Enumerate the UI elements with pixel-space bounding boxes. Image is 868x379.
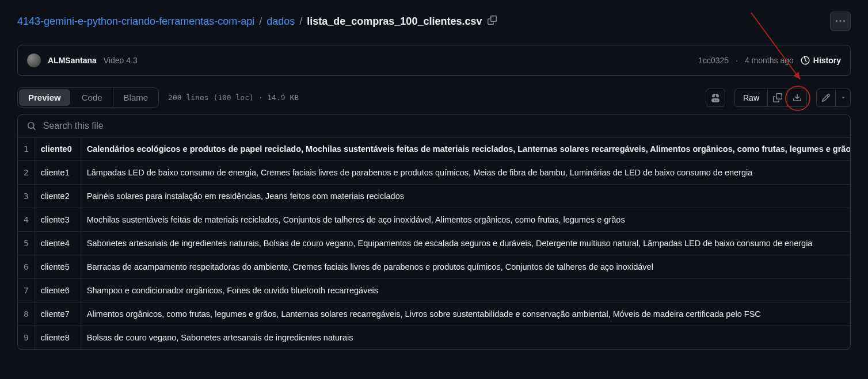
csv-value-cell: Barracas de acampamento respeitadoras do… [81,255,851,279]
csv-key-cell: cliente6 [35,279,81,303]
copilot-icon [711,93,720,102]
breadcrumb-sep: / [259,16,262,28]
copy-path-icon[interactable] [486,14,498,29]
table-row: 5cliente4Sabonetes artesanais de ingredi… [18,232,851,255]
line-number[interactable]: 4 [18,208,35,232]
table-row: 1cliente0Calendários ecológicos e produt… [18,137,851,161]
search-input[interactable] [43,121,841,131]
table-row: 8cliente7Alimentos orgânicos, como fruta… [18,303,851,326]
commit-author[interactable]: ALMSantana [48,56,97,65]
csv-key-cell: cliente8 [35,326,81,350]
csv-key-cell: cliente5 [35,255,81,279]
copy-raw-button[interactable] [768,89,787,107]
line-number[interactable]: 9 [18,326,35,350]
line-number[interactable]: 2 [18,161,35,185]
breadcrumb-sep: / [299,16,302,28]
commit-panel: ALMSantana Video 4.3 1cc0325 · 4 months … [17,45,851,76]
commit-sep: · [736,56,738,65]
csv-key-cell: cliente4 [35,232,81,255]
pencil-icon [821,93,831,102]
line-number[interactable]: 6 [18,255,35,279]
table-row: 7cliente6Shampoo e condicionador orgânic… [18,279,851,303]
csv-value-cell: Bolsas de couro vegano, Sabonetes artesa… [81,326,851,350]
csv-table: 1cliente0Calendários ecológicos e produt… [18,137,851,349]
csv-table-wrap: 1cliente0Calendários ecológicos e produt… [17,137,851,350]
csv-value-cell: Sabonetes artesanais de ingredientes nat… [81,232,851,255]
history-link[interactable]: History [801,56,841,65]
table-row: 4cliente3Mochilas sustentáveis feitas de… [18,208,851,232]
csv-key-cell: cliente1 [35,161,81,185]
raw-button-group: Raw [734,89,807,107]
csv-value-cell: Alimentos orgânicos, como frutas, legume… [81,303,851,326]
line-number[interactable]: 8 [18,303,35,326]
edit-dropdown-button[interactable] [836,89,851,107]
table-row: 3cliente2Painéis solares para instalação… [18,185,851,208]
caret-down-icon [840,95,846,101]
breadcrumb-repo[interactable]: 4143-gemini-e-python-criando-ferramentas… [17,16,254,28]
breadcrumb-file: lista_de_compras_100_clientes.csv [307,16,482,28]
breadcrumb-dir[interactable]: dados [267,16,295,28]
csv-key-cell: cliente0 [35,137,81,161]
csv-value-cell: Lâmpadas LED de baixo consumo de energia… [81,161,851,185]
view-tab-group: Preview Code Blame [17,87,159,108]
tab-code[interactable]: Code [71,88,113,107]
csv-key-cell: cliente2 [35,185,81,208]
table-row: 2cliente1Lâmpadas LED de baixo consumo d… [18,161,851,185]
table-row: 6cliente5Barracas de acampamento respeit… [18,255,851,279]
line-number[interactable]: 1 [18,137,35,161]
csv-value-cell: Mochilas sustentáveis feitas de materiai… [81,208,851,232]
history-label: History [813,56,841,65]
download-button[interactable] [787,89,807,107]
history-icon [801,56,810,65]
copilot-button[interactable] [706,89,725,107]
commit-sha[interactable]: 1cc0325 [698,56,729,65]
csv-key-cell: cliente7 [35,303,81,326]
line-number[interactable]: 5 [18,232,35,255]
raw-button[interactable]: Raw [734,89,768,107]
avatar[interactable] [27,53,41,67]
csv-value-cell: Calendários ecológicos e produtos de pap… [81,137,851,161]
csv-value-cell: Painéis solares para instalação em resid… [81,185,851,208]
line-number[interactable]: 3 [18,185,35,208]
file-meta: 200 lines (100 loc) · 14.9 KB [168,93,299,102]
tab-blame[interactable]: Blame [113,88,159,107]
commit-message[interactable]: Video 4.3 [104,56,138,65]
download-icon [793,93,802,102]
search-icon [27,121,36,131]
table-row: 9cliente8Bolsas de couro vegano, Sabonet… [18,326,851,350]
csv-key-cell: cliente3 [35,208,81,232]
breadcrumb: 4143-gemini-e-python-criando-ferramentas… [17,12,851,31]
copy-icon [773,93,782,102]
csv-value-cell: Shampoo e condicionador orgânicos, Fones… [81,279,851,303]
file-toolbar: Preview Code Blame 200 lines (100 loc) ·… [17,87,851,108]
line-number[interactable]: 7 [18,279,35,303]
commit-age: 4 months ago [745,56,794,65]
edit-button[interactable] [816,89,836,107]
file-search-bar[interactable] [17,114,851,137]
more-button[interactable] [830,12,851,31]
tab-preview[interactable]: Preview [19,89,70,106]
edit-button-group [816,89,851,107]
